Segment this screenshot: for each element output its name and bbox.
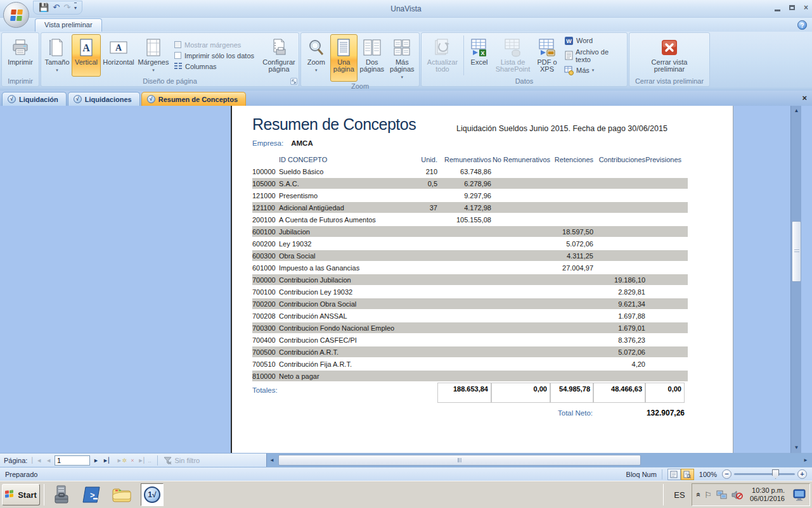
dropdown-icon: ▾ (592, 68, 595, 73)
show-desktop-icon[interactable] (793, 488, 806, 501)
export-word-button[interactable]: W Word (564, 36, 622, 46)
document-tab-icon: √ (147, 95, 155, 103)
office-button[interactable] (3, 2, 29, 28)
document-tab-resumen-de-conceptos[interactable]: √Resumen de Conceptos (141, 92, 246, 106)
zoom-in-button[interactable]: + (797, 469, 807, 479)
one-page-button[interactable]: Una página (330, 34, 358, 82)
show-margins-checkbox[interactable]: Mostrar márgenes (174, 41, 257, 49)
document-tab-label: Resumen de Conceptos (158, 96, 238, 103)
taskbar-app-button-unavista[interactable]: 1√ (141, 483, 164, 506)
num-lock-indicator: Bloq Num (626, 471, 657, 478)
scroll-up-icon[interactable]: ▲ (791, 106, 802, 116)
windows-flag-icon (5, 490, 15, 500)
filter-icon (164, 457, 172, 464)
window-title: UnaVista (0, 4, 812, 13)
margins-button[interactable]: Márgenes▾ (136, 34, 171, 77)
document-close-icon[interactable]: × (802, 93, 807, 103)
help-button[interactable]: ? (797, 20, 807, 30)
last-page-button[interactable]: ►▏ (102, 457, 113, 464)
cancel-button[interactable]: × (130, 457, 134, 464)
landscape-page-icon: A (109, 36, 128, 59)
horizontal-scrollbar[interactable]: ◄ ► (266, 454, 812, 467)
totals-label: Totales: (252, 383, 399, 394)
size-button[interactable]: Tamaño▾ (42, 34, 72, 77)
document-tab-liquidaciones[interactable]: √Liquidaciones (68, 92, 140, 106)
restore-button[interactable] (789, 5, 795, 10)
two-pages-button[interactable]: Dos páginas (358, 34, 387, 82)
report-view-button[interactable] (667, 469, 681, 480)
minimize-button[interactable] (775, 10, 780, 11)
export-excel-button[interactable]: X Excel (465, 34, 493, 77)
export-sharepoint-button[interactable]: Lista de SharePoint (493, 34, 532, 77)
close-button[interactable]: × (804, 4, 808, 11)
zoom-slider-thumb[interactable] (772, 469, 779, 479)
vertical-scrollbar[interactable]: ▲ ▼ (790, 106, 801, 453)
export-more-button[interactable]: Más ▾ (564, 66, 622, 75)
computer-tools-icon[interactable] (53, 485, 72, 504)
scroll-left-icon[interactable]: ◄ (267, 457, 277, 463)
language-indicator[interactable]: ES (667, 490, 691, 500)
page-setup-button[interactable]: Configurar página (261, 34, 297, 77)
vertical-scrollbar-thumb[interactable] (792, 221, 801, 282)
print-preview-icon (683, 471, 691, 478)
tray-flag-icon[interactable]: ⚐ (704, 490, 712, 500)
dropdown-icon: ▾ (56, 68, 58, 72)
more-pages-button[interactable]: Más páginas ▾ (387, 34, 418, 82)
total-neto-label: Total Neto: (558, 409, 593, 417)
columns-button[interactable]: Columnas (174, 63, 257, 70)
magnifier-icon (307, 36, 325, 59)
horizontal-scrollbar-thumb[interactable] (278, 455, 641, 466)
refresh-all-button[interactable]: Actualizar todo (423, 34, 462, 77)
total-neto-row: Total Neto: 132.907,26 (252, 409, 688, 417)
print-preview-view-button[interactable] (681, 469, 694, 480)
taskbar: Start > 1√ ES » ⚐ 10:30 p.m. 06/01/2016 (0, 481, 812, 508)
first-page-button[interactable]: ▏◄ (31, 457, 42, 464)
folder-icon[interactable] (112, 486, 132, 504)
next-page-button[interactable]: ► (93, 457, 100, 464)
network-icon[interactable] (716, 490, 727, 500)
show-hidden-icons-chevron[interactable]: » (693, 493, 702, 497)
close-preview-icon (660, 36, 679, 59)
powershell-icon[interactable]: > (82, 485, 101, 504)
goto-page-button[interactable]: ►▏.. (138, 457, 152, 464)
scroll-right-icon[interactable]: ► (801, 457, 811, 463)
new-record-button[interactable]: ►✲ (116, 457, 127, 464)
zoom-button[interactable]: Zoom▾ (302, 34, 330, 82)
dropdown-icon: ▾ (401, 75, 404, 79)
dropdown-icon: ▾ (152, 68, 155, 72)
report-page[interactable]: Resumen de Conceptos Liquidación Sueldos… (231, 106, 733, 453)
export-text-button[interactable]: Archivo de texto (564, 48, 622, 63)
totals-cell: 0,00 (645, 383, 685, 403)
columns-icon (174, 63, 182, 70)
report-row: 600200Ley 190325.072,06 (252, 238, 688, 249)
start-button[interactable]: Start (2, 484, 40, 505)
zoom-out-button[interactable]: − (722, 469, 731, 479)
group-label-datos: Datos (422, 77, 627, 86)
group-imprimir: Imprimir Imprimir (1, 32, 39, 87)
company-value: AMCA (291, 139, 313, 147)
page-number-input[interactable] (55, 455, 90, 466)
print-button[interactable]: Imprimir (6, 34, 35, 77)
clock[interactable]: 10:30 p.m. 06/01/2016 (747, 486, 787, 503)
report-row: 700400Contribucion CASFEC/PI8.376,23 (252, 334, 688, 345)
previous-page-button[interactable]: ◄ (45, 457, 52, 464)
portrait-page-icon: A (79, 36, 94, 59)
document-tabs: √Liquidación√Liquidaciones√Resumen de Co… (2, 92, 247, 106)
group-label-cerrar: Cerrar vista preliminar (629, 77, 709, 86)
document-tab-label: Liquidaciones (85, 96, 132, 103)
portrait-button[interactable]: A Vertical (72, 34, 101, 77)
scroll-down-icon[interactable]: ▼ (791, 443, 802, 453)
close-print-preview-button[interactable]: Cerrar vista preliminar (641, 34, 698, 77)
landscape-button[interactable]: A Horizontal (101, 34, 136, 77)
document-tab-liquidación[interactable]: √Liquidación (2, 92, 67, 106)
tab-vista-preliminar[interactable]: Vista preliminar (35, 18, 102, 32)
zoom-slider-track[interactable] (734, 473, 795, 475)
ribbon-tab-row: Vista preliminar ? (0, 18, 812, 32)
company-label: Empresa: (252, 139, 283, 147)
volume-muted-icon[interactable] (731, 490, 743, 500)
export-pdf-button[interactable]: PDF o XPS (532, 34, 562, 77)
print-data-only-checkbox[interactable]: Imprimir sólo los datos (174, 52, 257, 60)
dialog-launcher-icon[interactable] (290, 78, 297, 85)
no-filter-button[interactable]: Sin filtro (164, 457, 200, 464)
margins-icon (145, 36, 162, 59)
